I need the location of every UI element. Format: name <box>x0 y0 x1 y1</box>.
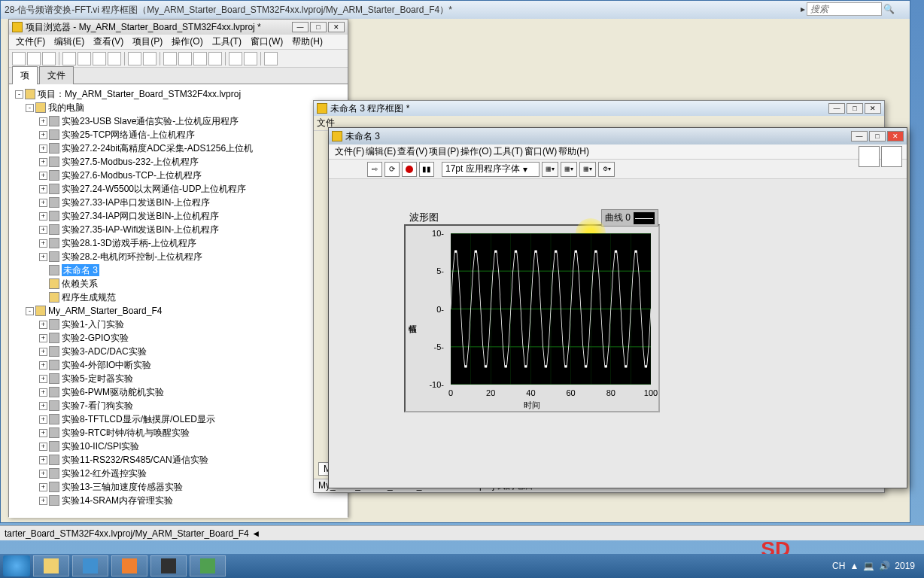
task-app[interactable] <box>190 555 226 576</box>
tree-item[interactable]: +实验8-TFTLCD显示/触摸屏/OLED显示 <box>12 412 345 426</box>
expand-icon[interactable]: + <box>39 239 47 248</box>
browser-title-bar[interactable]: 项目浏览器 - My_ARM_Starter_Board_STM32F4xx.l… <box>9 20 348 35</box>
tree-item[interactable]: +实验27.24-W5500以太网通信-UDP上位机程序 <box>12 182 345 196</box>
run-button[interactable]: ⇨ <box>367 162 382 177</box>
close-button[interactable]: ✕ <box>865 103 881 114</box>
taskbar[interactable]: CH ▲ 💻 🔊 2019 <box>0 554 924 578</box>
tree-item[interactable]: 依赖关系 <box>12 277 345 291</box>
search-icon[interactable]: 🔍 <box>883 4 895 14</box>
menu-item[interactable]: 操作(O) <box>460 145 491 158</box>
expand-icon[interactable]: + <box>39 172 47 180</box>
pause-button[interactable]: ▮▮ <box>419 162 434 177</box>
paste-icon[interactable] <box>93 52 106 65</box>
menu-item[interactable]: 窗口(W) <box>247 34 287 50</box>
menu-item[interactable]: 窗口(W) <box>524 145 557 158</box>
expand-icon[interactable]: + <box>39 117 47 126</box>
ime-indicator[interactable]: CH <box>832 561 845 571</box>
connector-icon[interactable] <box>859 146 880 167</box>
close-button[interactable]: ✕ <box>887 131 904 141</box>
expand-icon[interactable]: + <box>39 212 47 221</box>
expand-icon[interactable]: + <box>39 185 47 193</box>
tool-icon[interactable] <box>244 52 257 65</box>
minimize-button[interactable]: — <box>851 131 868 141</box>
save-all-icon[interactable] <box>42 52 56 65</box>
fp-canvas[interactable]: 波形图 曲线 0 ↖ 幅值 10-5-0--5--10- 02040608010… <box>329 179 907 473</box>
task-app[interactable] <box>111 555 147 576</box>
menu-item[interactable]: 编辑(E) <box>366 145 396 158</box>
tree-item[interactable]: +实验6-PWM驱动舵机实验 <box>12 385 345 399</box>
icon-connector-pane[interactable] <box>859 146 904 178</box>
start-button[interactable] <box>3 555 30 576</box>
tree-item[interactable]: +实验27.6-Modbus-TCP-上位机程序 <box>12 169 345 182</box>
tree-item[interactable]: +实验28.1-3D游戏手柄-上位机程序 <box>12 236 345 250</box>
filter-icon[interactable] <box>264 52 278 65</box>
tree-item[interactable]: +实验10-IIC/SPI实验 <box>12 440 345 453</box>
menu-item[interactable]: 编辑(E) <box>50 34 88 50</box>
tool-icon[interactable] <box>193 52 207 65</box>
tree-item[interactable]: +实验13-三轴加速度传感器实验 <box>12 480 345 494</box>
expand-icon[interactable]: + <box>39 334 47 342</box>
minimize-button[interactable]: — <box>292 22 309 32</box>
resize-menu[interactable]: ▦▾ <box>579 162 596 177</box>
expand-icon[interactable]: + <box>39 348 47 356</box>
open-icon[interactable] <box>12 52 26 65</box>
tree-item[interactable]: +实验5-定时器实验 <box>12 372 345 385</box>
tool-icon[interactable] <box>229 52 242 65</box>
distribute-menu[interactable]: ▦▾ <box>561 162 577 177</box>
expand-icon[interactable]: + <box>39 361 47 370</box>
project-tree[interactable]: -项目：My_ARM_Starter_Board_STM32F4xx.lvpro… <box>9 84 348 518</box>
task-app[interactable] <box>72 555 108 576</box>
tree-item[interactable]: +实验1-入门实验 <box>12 318 345 331</box>
menu-item[interactable]: 查看(V) <box>90 34 127 50</box>
reorder-menu[interactable]: ⚙▾ <box>598 162 615 177</box>
menu-item[interactable]: 操作(O) <box>168 34 206 50</box>
align-menu[interactable]: ▦▾ <box>542 162 558 177</box>
minimize-button[interactable]: — <box>828 103 845 114</box>
cut-icon[interactable] <box>62 52 76 65</box>
menu-item[interactable]: 工具(T) <box>208 34 245 50</box>
menu-item[interactable]: 工具(T) <box>494 145 523 158</box>
maximize-button[interactable]: □ <box>869 131 886 141</box>
expand-icon[interactable]: + <box>39 402 47 410</box>
expand-icon[interactable]: + <box>39 483 47 491</box>
menu-item[interactable]: 帮助(H) <box>288 34 327 50</box>
search-input[interactable] <box>807 2 882 16</box>
menu-item[interactable]: 查看(V) <box>397 145 427 158</box>
tree-item[interactable]: +实验27.35-IAP-Wifi发送BIN-上位机程序 <box>12 223 345 236</box>
save-icon[interactable] <box>27 52 41 65</box>
tree-item[interactable]: +实验3-ADC/DAC实验 <box>12 345 345 358</box>
run-continuous-button[interactable]: ⟳ <box>384 162 400 177</box>
clock[interactable]: 2019 <box>895 561 915 571</box>
tray-icon[interactable]: ▲ <box>850 561 859 571</box>
tree-item[interactable]: +实验28.2-电机闭环控制-上位机程序 <box>12 250 345 263</box>
fp-title-bar[interactable]: 未命名 3 — □ ✕ <box>329 128 907 144</box>
menu-item[interactable]: 项目(P) <box>129 34 166 50</box>
expand-icon[interactable]: - <box>26 307 34 315</box>
chart-legend[interactable]: 曲线 0 <box>601 209 658 227</box>
font-selector[interactable]: 17pt 应用程序字体 ▾ <box>442 162 540 177</box>
tree-item[interactable]: +实验14-SRAM内存管理实验 <box>12 494 345 507</box>
tool-icon[interactable] <box>143 52 157 65</box>
tree-item[interactable]: +实验27.34-IAP网口发送BIN-上位机程序 <box>12 209 345 223</box>
expand-icon[interactable]: + <box>39 456 47 464</box>
task-labview[interactable] <box>150 555 187 576</box>
volume-icon[interactable]: 🔊 <box>879 561 890 571</box>
warning-icon[interactable] <box>208 52 222 65</box>
tree-item[interactable]: +实验23-USB Slave通信实验-上位机应用程序 <box>12 114 345 128</box>
close-button[interactable]: ✕ <box>328 22 345 32</box>
tree-item[interactable]: -My_ARM_Starter_Board_F4 <box>12 304 345 318</box>
tree-item[interactable]: +实验4-外部IO中断实验 <box>12 358 345 372</box>
expand-icon[interactable]: + <box>39 429 47 437</box>
expand-icon[interactable]: + <box>39 497 47 505</box>
tab-items[interactable]: 项 <box>12 66 38 84</box>
tree-item[interactable]: +实验27.2-24bit高精度ADC采集-ADS1256上位机 <box>12 141 345 155</box>
expand-icon[interactable]: + <box>39 131 47 139</box>
maximize-button[interactable]: □ <box>310 22 327 32</box>
copy-icon[interactable] <box>78 52 91 65</box>
maximize-button[interactable]: □ <box>846 103 863 114</box>
tree-item[interactable]: +实验12-红外遥控实验 <box>12 467 345 480</box>
delete-icon[interactable] <box>108 52 121 65</box>
expand-icon[interactable]: + <box>39 144 47 153</box>
expand-icon[interactable]: + <box>39 321 47 329</box>
network-icon[interactable]: 💻 <box>863 561 874 571</box>
